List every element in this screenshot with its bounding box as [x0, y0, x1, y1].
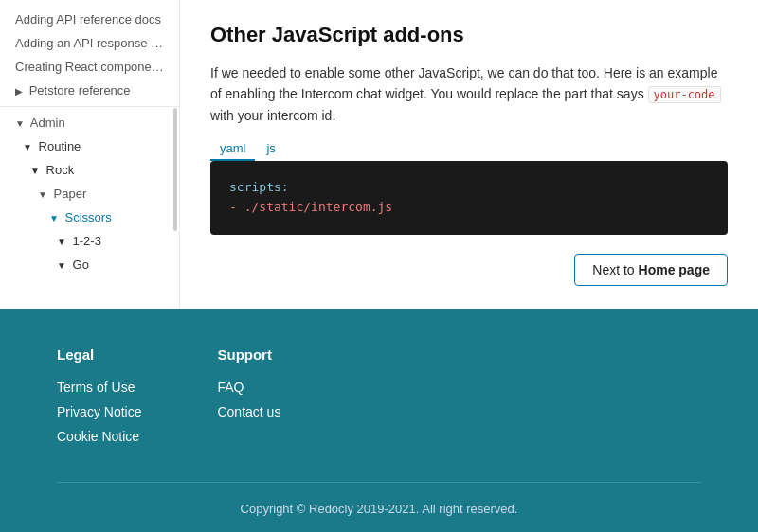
footer-link-contact[interactable]: Contact us: [217, 404, 280, 419]
sidebar-item-api-response-mdx[interactable]: Adding an API response to an MDX page: [0, 31, 179, 55]
inline-code: your-code: [648, 86, 721, 103]
next-button[interactable]: Next to Home page: [574, 254, 728, 286]
code-key-scripts: scripts:: [229, 180, 289, 194]
sidebar-item-petstore[interactable]: ▶ Petstore reference: [0, 79, 179, 102]
chevron-down-icon: ▼: [15, 118, 25, 129]
sidebar-item-admin[interactable]: ▼ Admin: [0, 111, 179, 134]
sidebar-item-react-components[interactable]: Creating React components: [0, 55, 179, 79]
chevron-down-icon: ▼: [38, 189, 47, 200]
sidebar-item-paper[interactable]: ▼ Paper: [0, 182, 179, 205]
footer-legal-heading: Legal: [57, 346, 141, 363]
footer-col-support: Support FAQ Contact us: [217, 346, 280, 453]
tab-yaml[interactable]: yaml: [210, 137, 255, 161]
sidebar: Adding API reference docs Adding an API …: [0, 0, 180, 309]
intro-text-before: If we needed to enable some other JavaSc…: [210, 65, 717, 101]
sidebar-item-scissors[interactable]: ▼ Scissors: [0, 205, 179, 229]
sidebar-item-rock[interactable]: ▼ Rock: [0, 158, 179, 182]
footer-copyright: Copyright © Redocly 2019-2021. All right…: [57, 482, 701, 516]
footer-grid: Legal Terms of Use Privacy Notice Cookie…: [57, 346, 701, 453]
sidebar-item-api-ref-docs[interactable]: Adding API reference docs: [0, 8, 179, 31]
code-block: scripts: - ./static/intercom.js: [210, 161, 728, 235]
chevron-down-icon: ▼: [30, 166, 40, 176]
chevron-right-icon: ▶: [15, 86, 23, 97]
chevron-down-icon: ▼: [49, 213, 59, 223]
chevron-down-icon: ▼: [23, 142, 32, 152]
footer-link-faq[interactable]: FAQ: [217, 380, 280, 395]
tab-bar: yaml js: [210, 137, 728, 161]
footer-link-terms[interactable]: Terms of Use: [57, 380, 141, 395]
intro-paragraph: If we needed to enable some other JavaSc…: [210, 62, 728, 126]
footer: Legal Terms of Use Privacy Notice Cookie…: [0, 309, 758, 532]
footer-col-legal: Legal Terms of Use Privacy Notice Cookie…: [57, 346, 141, 453]
sidebar-item-go[interactable]: ▼ Go: [0, 253, 179, 276]
code-line-2: - ./static/intercom.js: [229, 198, 709, 218]
sidebar-item-routine[interactable]: ▼ Routine: [0, 134, 179, 158]
footer-link-cookie[interactable]: Cookie Notice: [57, 429, 141, 444]
tab-js[interactable]: js: [257, 137, 284, 161]
footer-link-privacy[interactable]: Privacy Notice: [57, 404, 141, 419]
footer-support-heading: Support: [217, 346, 280, 363]
code-line-1: scripts:: [229, 178, 709, 198]
intro-text-after: with your intercom id.: [210, 108, 335, 123]
code-val-path: - ./static/intercom.js: [229, 200, 392, 214]
scrollbar[interactable]: [173, 108, 177, 231]
chevron-down-icon: ▼: [57, 237, 66, 247]
page-title: Other JavaScript add-ons: [210, 23, 728, 47]
sidebar-divider: [0, 106, 179, 107]
chevron-down-icon: ▼: [57, 260, 66, 271]
sidebar-item-123[interactable]: ▼ 1-2-3: [0, 229, 179, 253]
next-button-bold: Home page: [639, 262, 710, 277]
main-content: Other JavaScript add-ons If we needed to…: [180, 0, 758, 309]
